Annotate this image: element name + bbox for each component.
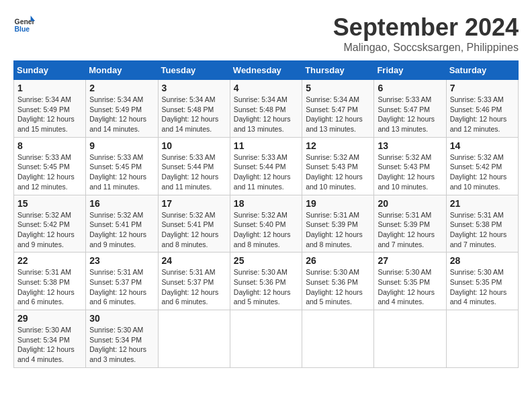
- day-content: Sunrise: 5:32 AM Sunset: 5:43 PM Dayligh…: [378, 152, 442, 192]
- logo: General Blue: [13, 13, 35, 35]
- logo-icon: General Blue: [13, 13, 35, 35]
- calendar-cell: 21Sunrise: 5:31 AM Sunset: 5:38 PM Dayli…: [446, 195, 518, 253]
- day-content: Sunrise: 5:30 AM Sunset: 5:35 PM Dayligh…: [378, 267, 442, 307]
- calendar-cell: 16Sunrise: 5:32 AM Sunset: 5:41 PM Dayli…: [86, 195, 158, 253]
- calendar-cell: 11Sunrise: 5:33 AM Sunset: 5:44 PM Dayli…: [230, 137, 302, 195]
- day-number: 16: [89, 198, 154, 209]
- calendar-cell: 6Sunrise: 5:33 AM Sunset: 5:47 PM Daylig…: [374, 80, 446, 138]
- day-number: 2: [89, 83, 154, 93]
- calendar-cell: [302, 310, 374, 368]
- day-content: Sunrise: 5:30 AM Sunset: 5:34 PM Dayligh…: [89, 325, 154, 365]
- day-number: 5: [306, 83, 370, 93]
- day-content: Sunrise: 5:32 AM Sunset: 5:42 PM Dayligh…: [17, 210, 82, 250]
- day-content: Sunrise: 5:32 AM Sunset: 5:41 PM Dayligh…: [162, 210, 226, 250]
- day-content: Sunrise: 5:30 AM Sunset: 5:36 PM Dayligh…: [306, 267, 370, 307]
- calendar-cell: 24Sunrise: 5:31 AM Sunset: 5:37 PM Dayli…: [158, 253, 230, 310]
- day-number: 10: [162, 140, 226, 151]
- calendar-cell: 10Sunrise: 5:33 AM Sunset: 5:44 PM Dayli…: [158, 137, 230, 195]
- day-number: 14: [450, 140, 515, 151]
- day-number: 11: [234, 140, 298, 151]
- day-number: 8: [17, 140, 82, 151]
- calendar-cell: 1Sunrise: 5:34 AM Sunset: 5:49 PM Daylig…: [14, 80, 86, 138]
- header-day-tuesday: Tuesday: [158, 61, 230, 80]
- day-number: 1: [17, 83, 82, 93]
- calendar-week-5: 29Sunrise: 5:30 AM Sunset: 5:34 PM Dayli…: [14, 310, 519, 368]
- calendar-cell: 13Sunrise: 5:32 AM Sunset: 5:43 PM Dayli…: [374, 137, 446, 195]
- calendar-cell: 29Sunrise: 5:30 AM Sunset: 5:34 PM Dayli…: [14, 310, 86, 368]
- calendar-cell: 5Sunrise: 5:34 AM Sunset: 5:47 PM Daylig…: [302, 80, 374, 138]
- calendar-cell: 25Sunrise: 5:30 AM Sunset: 5:36 PM Dayli…: [230, 253, 302, 310]
- day-content: Sunrise: 5:34 AM Sunset: 5:49 PM Dayligh…: [89, 95, 154, 134]
- header-day-thursday: Thursday: [302, 61, 374, 80]
- day-number: 26: [306, 255, 370, 266]
- calendar-cell: 3Sunrise: 5:34 AM Sunset: 5:48 PM Daylig…: [158, 80, 230, 138]
- calendar-cell: 20Sunrise: 5:31 AM Sunset: 5:39 PM Dayli…: [374, 195, 446, 253]
- calendar-cell: 14Sunrise: 5:32 AM Sunset: 5:42 PM Dayli…: [446, 137, 518, 195]
- calendar-week-3: 15Sunrise: 5:32 AM Sunset: 5:42 PM Dayli…: [14, 195, 519, 253]
- calendar-cell: 23Sunrise: 5:31 AM Sunset: 5:37 PM Dayli…: [86, 253, 158, 310]
- header-day-wednesday: Wednesday: [230, 61, 302, 80]
- day-content: Sunrise: 5:32 AM Sunset: 5:43 PM Dayligh…: [306, 152, 370, 192]
- header-day-sunday: Sunday: [14, 61, 86, 80]
- day-content: Sunrise: 5:33 AM Sunset: 5:44 PM Dayligh…: [234, 152, 298, 192]
- header-day-friday: Friday: [374, 61, 446, 80]
- day-number: 19: [306, 198, 370, 209]
- day-number: 30: [89, 313, 154, 324]
- calendar-cell: 15Sunrise: 5:32 AM Sunset: 5:42 PM Dayli…: [14, 195, 86, 253]
- day-number: 4: [234, 83, 298, 93]
- calendar-cell: [230, 310, 302, 368]
- day-content: Sunrise: 5:34 AM Sunset: 5:49 PM Dayligh…: [17, 95, 82, 134]
- calendar-cell: 30Sunrise: 5:30 AM Sunset: 5:34 PM Dayli…: [86, 310, 158, 368]
- calendar-header-row: SundayMondayTuesdayWednesdayThursdayFrid…: [14, 61, 519, 80]
- day-number: 21: [450, 198, 515, 209]
- calendar-cell: [374, 310, 446, 368]
- calendar-cell: 4Sunrise: 5:34 AM Sunset: 5:48 PM Daylig…: [230, 80, 302, 138]
- calendar-week-2: 8Sunrise: 5:33 AM Sunset: 5:45 PM Daylig…: [14, 137, 519, 195]
- day-number: 9: [89, 140, 154, 151]
- calendar-cell: 9Sunrise: 5:33 AM Sunset: 5:45 PM Daylig…: [86, 137, 158, 195]
- calendar-cell: 19Sunrise: 5:31 AM Sunset: 5:39 PM Dayli…: [302, 195, 374, 253]
- day-content: Sunrise: 5:31 AM Sunset: 5:39 PM Dayligh…: [306, 210, 370, 250]
- day-number: 22: [17, 255, 82, 266]
- day-content: Sunrise: 5:34 AM Sunset: 5:48 PM Dayligh…: [234, 95, 298, 134]
- day-content: Sunrise: 5:34 AM Sunset: 5:47 PM Dayligh…: [306, 95, 370, 134]
- calendar-cell: 7Sunrise: 5:33 AM Sunset: 5:46 PM Daylig…: [446, 80, 518, 138]
- day-number: 13: [378, 140, 442, 151]
- day-number: 15: [17, 198, 82, 209]
- day-content: Sunrise: 5:33 AM Sunset: 5:44 PM Dayligh…: [162, 152, 226, 192]
- day-content: Sunrise: 5:30 AM Sunset: 5:35 PM Dayligh…: [450, 267, 515, 307]
- day-number: 27: [378, 255, 442, 266]
- calendar-cell: [446, 310, 518, 368]
- day-number: 23: [89, 255, 154, 266]
- day-number: 18: [234, 198, 298, 209]
- day-content: Sunrise: 5:30 AM Sunset: 5:34 PM Dayligh…: [17, 325, 82, 365]
- calendar-cell: 28Sunrise: 5:30 AM Sunset: 5:35 PM Dayli…: [446, 253, 518, 310]
- calendar-cell: 8Sunrise: 5:33 AM Sunset: 5:45 PM Daylig…: [14, 137, 86, 195]
- calendar-cell: 2Sunrise: 5:34 AM Sunset: 5:49 PM Daylig…: [86, 80, 158, 138]
- day-content: Sunrise: 5:32 AM Sunset: 5:40 PM Dayligh…: [234, 210, 298, 250]
- day-content: Sunrise: 5:32 AM Sunset: 5:41 PM Dayligh…: [89, 210, 154, 250]
- day-number: 3: [162, 83, 226, 93]
- day-number: 17: [162, 198, 226, 209]
- day-content: Sunrise: 5:34 AM Sunset: 5:48 PM Dayligh…: [162, 95, 226, 134]
- day-content: Sunrise: 5:31 AM Sunset: 5:39 PM Dayligh…: [378, 210, 442, 250]
- day-content: Sunrise: 5:33 AM Sunset: 5:45 PM Dayligh…: [89, 152, 154, 192]
- header-day-saturday: Saturday: [446, 61, 518, 80]
- calendar-table: SundayMondayTuesdayWednesdayThursdayFrid…: [13, 60, 519, 368]
- day-content: Sunrise: 5:33 AM Sunset: 5:46 PM Dayligh…: [450, 95, 515, 134]
- day-number: 20: [378, 198, 442, 209]
- day-number: 25: [234, 255, 298, 266]
- svg-text:Blue: Blue: [15, 26, 30, 33]
- day-number: 28: [450, 255, 515, 266]
- calendar-cell: [158, 310, 230, 368]
- calendar-cell: 27Sunrise: 5:30 AM Sunset: 5:35 PM Dayli…: [374, 253, 446, 310]
- calendar-cell: 17Sunrise: 5:32 AM Sunset: 5:41 PM Dayli…: [158, 195, 230, 253]
- calendar-cell: 12Sunrise: 5:32 AM Sunset: 5:43 PM Dayli…: [302, 137, 374, 195]
- day-number: 12: [306, 140, 370, 151]
- day-content: Sunrise: 5:31 AM Sunset: 5:37 PM Dayligh…: [89, 267, 154, 307]
- day-content: Sunrise: 5:31 AM Sunset: 5:37 PM Dayligh…: [162, 267, 226, 307]
- day-content: Sunrise: 5:31 AM Sunset: 5:38 PM Dayligh…: [17, 267, 82, 307]
- day-number: 7: [450, 83, 515, 93]
- month-title: September 2024: [333, 13, 519, 42]
- day-content: Sunrise: 5:33 AM Sunset: 5:47 PM Dayligh…: [378, 95, 442, 134]
